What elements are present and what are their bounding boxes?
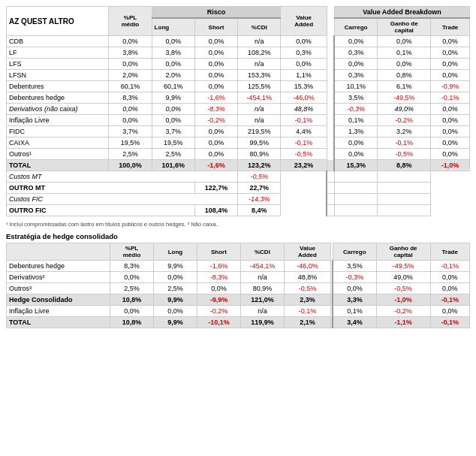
table-row: Debentures hedge8,3%9,9%-1,6%-454,1%-46,… xyxy=(7,92,470,104)
table-row: Derivativos (não caixa)0,0%0,0%-8,3%n/a4… xyxy=(7,104,470,115)
table-row: Debentures hedge8,3%9,9%-1,6%-454,1%-46,… xyxy=(7,261,470,272)
vab-header: Value Added Breakdown xyxy=(334,7,469,19)
custos-mt-row: Custos MT-0,5% xyxy=(7,171,470,183)
table-row: Derivativos²0,0%0,0%-8,3%n/a48,8%-0,3%49… xyxy=(7,272,470,283)
t2-col-trade: Trade xyxy=(430,243,470,261)
t2-col-cdi: %CDI xyxy=(240,243,284,261)
table-row: Inflação Livre0,0%0,0%-0,2%n/a-0,1%0,1%-… xyxy=(7,115,470,126)
t2-col-pl: %PLmédio xyxy=(110,243,154,261)
col-long: Long xyxy=(152,18,194,36)
t2-col-name xyxy=(7,243,110,261)
outro-fic-row: OUTRO FIC108,4%8,4% xyxy=(7,205,470,216)
col-pl: %PLmédio xyxy=(109,7,152,36)
table-row: LFSN2,0%2,0%0,0%153,3%1,1%0,3%0,8%0,0% xyxy=(7,70,470,81)
table-row: LF3,8%3,8%0,0%108,2%0,3%0,3%0,1%0,0% xyxy=(7,47,470,59)
table-row: Debentures60,1%60,1%0,0%125,5%15,3%10,1%… xyxy=(7,81,470,92)
t2-col-carrego: Carrego xyxy=(333,243,376,261)
table-row: Outros³2,5%2,5%0,0%80,9%-0,5%0,0%-0,5%0,… xyxy=(7,283,470,294)
table-row: FIDC3,7%3,7%0,0%219,5%4,4%1,3%3,2%0,0% xyxy=(7,126,470,137)
table-row: Inflação Livre0,0%0,0%-0,2%n/a-0,1%0,1%-… xyxy=(7,306,470,317)
outro-mt-row: OUTRO MT122,7%22,7% xyxy=(7,183,470,194)
total-row: TOTAL10,8%9,9%-10,1%119,9%2,1%3,4%-1,1%-… xyxy=(7,317,470,328)
table-row: LFS0,0%0,0%0,0%n/a0,0%0,0%0,0%0,0% xyxy=(7,59,470,70)
t2-col-long: Long xyxy=(154,243,197,261)
t2-col-ganho: Ganho decapital xyxy=(376,243,430,261)
table-title: AZ QUEST ALTRO xyxy=(7,7,109,36)
table1-body: CDB0,0%0,0%0,0%n/a0,0%0,0%0,0%0,0%LF3,8%… xyxy=(7,36,470,216)
section2-title: Estratégia de hedge consolidado xyxy=(6,232,470,240)
table-row: CAIXA19,5%19,5%0,0%99,5%-0,1%0,0%-0,1%0,… xyxy=(7,137,470,149)
col-va: ValueAdded xyxy=(281,7,327,36)
col-carrego: Carrego xyxy=(334,18,377,36)
total-row: TOTAL100,0%101,6%-1,6%123,2%23,2%15,3%8,… xyxy=(7,160,470,171)
t2-col-va: ValueAdded xyxy=(284,243,330,261)
risco-header: Risco xyxy=(152,7,281,19)
footnote: ¹ Inclui compromissadas com lastro em tí… xyxy=(6,221,470,228)
col-ganho: Ganho decapital xyxy=(378,18,431,36)
table2: %PLmédio Long Short %CDI ValueAdded Carr… xyxy=(6,243,470,328)
t2-col-short: Short xyxy=(197,243,240,261)
custos-fic-row: Custos FIC-14,3% xyxy=(7,194,470,205)
table2-body: Debentures hedge8,3%9,9%-1,6%-454,1%-46,… xyxy=(7,261,470,328)
main-table: AZ QUEST ALTRO %PLmédio Risco ValueAdded… xyxy=(6,6,470,216)
col-short: Short xyxy=(194,18,237,36)
col-trade: Trade xyxy=(431,18,470,36)
table-row: CDB0,0%0,0%0,0%n/a0,0%0,0%0,0%0,0% xyxy=(7,36,470,47)
table-row: Hedge Consolidado10,8%9,9%-9,9%121,0%2,3… xyxy=(7,294,470,306)
table-row: Outros¹2,5%2,5%0,0%80,9%-0,5%0,0%-0,5%0,… xyxy=(7,149,470,160)
col-cdi: %CDI xyxy=(238,18,281,36)
